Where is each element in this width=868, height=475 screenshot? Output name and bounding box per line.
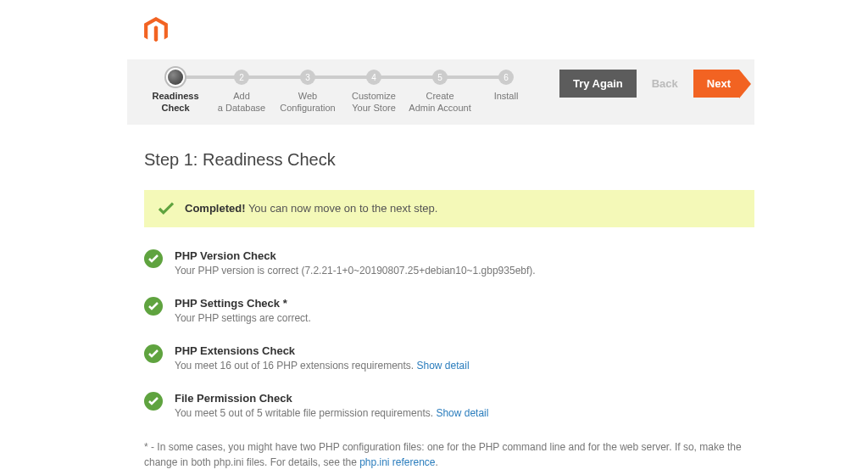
check-icon (158, 202, 175, 215)
step-install[interactable]: 6 Install (473, 70, 539, 102)
success-icon (144, 344, 163, 363)
step-label: Create (407, 90, 473, 102)
footnote: * - In some cases, you might have two PH… (144, 439, 754, 470)
check-title: PHP Settings Check * (175, 297, 311, 310)
step-readiness-check[interactable]: Readiness Check (142, 70, 209, 115)
step-label: Your Store (341, 102, 407, 114)
step-dot: 6 (498, 70, 514, 85)
check-title: File Permission Check (175, 392, 488, 405)
step-label: Configuration (275, 102, 341, 114)
step-label: Add (209, 90, 275, 102)
step-nav: Readiness Check 2 Add a Database 3 Web C… (127, 59, 754, 125)
check-desc: Your PHP settings are correct. (175, 312, 311, 324)
back-button: Back (643, 70, 687, 98)
check-php-extensions: PHP Extensions Check You meet 16 out of … (144, 344, 754, 372)
step-label: Readiness (142, 90, 209, 102)
check-title: PHP Version Check (175, 249, 536, 262)
check-file-permission: File Permission Check You meet 5 out of … (144, 392, 754, 419)
step-label: Admin Account (407, 102, 473, 114)
show-detail-link[interactable]: Show detail (417, 360, 470, 372)
show-detail-link[interactable]: Show detail (436, 407, 488, 419)
check-title: PHP Extensions Check (175, 344, 470, 357)
success-banner: Completed! You can now move on to the ne… (144, 190, 754, 227)
banner-text: Completed! You can now move on to the ne… (185, 202, 437, 215)
check-php-settings: PHP Settings Check * Your PHP settings a… (144, 297, 754, 324)
step-dot: 2 (234, 70, 249, 85)
check-php-version: PHP Version Check Your PHP version is co… (144, 249, 754, 277)
check-desc: You meet 5 out of 5 writable file permis… (175, 407, 436, 419)
phpini-reference-link[interactable]: php.ini reference (359, 456, 435, 468)
magento-logo-icon (144, 17, 860, 44)
check-desc: You meet 16 out of 16 PHP extensions req… (175, 360, 417, 372)
step-label: Web (275, 90, 341, 102)
step-dot (168, 70, 183, 85)
next-button[interactable]: Next (693, 70, 739, 98)
step-label: Customize (341, 90, 407, 102)
success-icon (144, 297, 163, 316)
success-icon (144, 392, 163, 411)
check-desc: Your PHP version is correct (7.2.21-1+0~… (175, 265, 536, 277)
success-icon (144, 249, 163, 268)
page-title: Step 1: Readiness Check (144, 150, 754, 170)
header (8, 0, 860, 59)
step-dot: 4 (366, 70, 381, 85)
step-list: Readiness Check 2 Add a Database 3 Web C… (142, 70, 551, 115)
try-again-button[interactable]: Try Again (559, 70, 637, 98)
step-label: Check (142, 102, 209, 114)
step-dot: 5 (432, 70, 448, 85)
step-label: a Database (209, 102, 275, 114)
step-dot: 3 (300, 70, 315, 85)
step-label: Install (473, 90, 539, 102)
